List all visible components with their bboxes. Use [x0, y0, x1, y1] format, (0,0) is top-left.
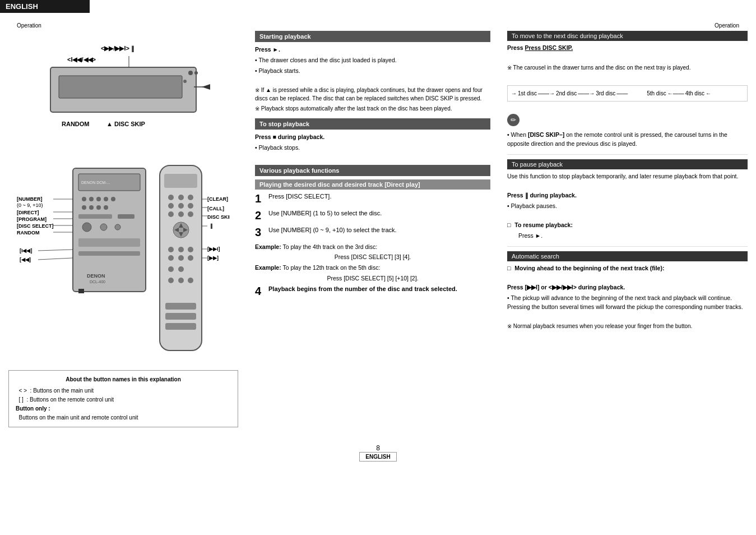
svg-rect-30: [78, 251, 140, 256]
svg-point-43: [188, 211, 193, 217]
svg-point-27: [100, 224, 107, 230]
svg-point-49: [168, 247, 174, 252]
svg-text:DISC SKIP: DISC SKIP: [207, 214, 230, 220]
various-functions-content: 1 Press [DISC SELECT]. 2 Use [NUMBER] (1…: [255, 192, 490, 297]
svg-rect-1: [59, 76, 182, 98]
svg-text:DCL-400: DCL-400: [90, 280, 105, 284]
main-content: <▶▶/▶▶I> ‖ <I◀◀/◀◀> RANDOM ▲ DISC SKIP: [0, 11, 756, 433]
svg-point-3: [194, 71, 198, 75]
top-diagram-svg: <▶▶/▶▶I> ‖ <I◀◀/◀◀> RANDOM ▲ DISC SKIP: [17, 34, 230, 157]
page-wrapper: ENGLISH Operation Operation: [0, 0, 756, 535]
svg-point-28: [115, 224, 120, 230]
pencil-icon: ✏: [507, 114, 520, 126]
example2-detail: Press [DISC SELECT] [5] [+10] [2].: [255, 274, 490, 283]
svg-point-51: [188, 247, 193, 252]
svg-point-57: [168, 278, 174, 283]
arrow5: ←——: [667, 89, 684, 98]
step-1: 1 Press [DISC SELECT].: [255, 192, 490, 205]
svg-text:<I◀◀/◀◀>: <I◀◀/◀◀>: [67, 56, 96, 63]
bullet-advance: The pickup will advance to the beginning…: [507, 294, 748, 312]
about-line2: [ ] : Buttons on the remote control unit: [16, 395, 231, 404]
next-disc-content: Press Press DISC SKIP. The carousel in t…: [507, 44, 748, 149]
disc1: 1st disc: [518, 89, 537, 98]
svg-text:RANDOM: RANDOM: [17, 230, 40, 236]
bullet-stops: Playback stops.: [255, 144, 490, 153]
svg-text:[CALL]: [CALL]: [207, 206, 224, 211]
svg-text:▲  DISC SKIP: ▲ DISC SKIP: [106, 121, 145, 127]
svg-text:[CLEAR]: [CLEAR]: [207, 196, 228, 202]
auto-search-subtitle: Moving ahead to the beginning of the nex…: [507, 264, 748, 273]
svg-line-76: [38, 250, 73, 251]
about-line1: < > : Buttons on the main unit: [16, 386, 231, 395]
right-column: To move to the next disc during playback…: [499, 28, 756, 433]
svg-point-18: [104, 197, 108, 201]
svg-rect-29: [78, 238, 140, 247]
svg-point-37: [188, 195, 193, 200]
svg-text:[PROGRAM]: [PROGRAM]: [17, 216, 47, 222]
stop-playback-content: Press ■ during playback. Playback stops.: [255, 133, 490, 153]
svg-text:[▶▶I]: [▶▶I]: [207, 246, 220, 252]
svg-rect-24: [78, 214, 112, 219]
header-title: ENGLISH: [0, 0, 90, 13]
auto-search-header: Automatic search: [507, 251, 748, 261]
svg-rect-90: [78, 289, 84, 293]
pause-description: Use this function to stop playback tempo…: [507, 172, 748, 181]
svg-point-55: [168, 266, 174, 272]
svg-text:RANDOM: RANDOM: [62, 121, 90, 127]
step-2: 2 Use [NUMBER] (1 to 5) to select the di…: [255, 209, 490, 222]
left-column: <▶▶/▶▶I> ‖ <I◀◀/◀◀> RANDOM ▲ DISC SKIP: [0, 28, 247, 433]
svg-point-23: [104, 205, 108, 210]
direct-play-header: Playing the desired disc and desired tra…: [255, 179, 490, 190]
resume-label: To resume playback:: [507, 221, 748, 230]
pencil-note: ✏: [507, 114, 748, 126]
page-number: 8: [376, 444, 380, 452]
svg-point-53: [178, 255, 184, 261]
svg-text:DENON DCM-...: DENON DCM-...: [81, 181, 110, 185]
press-pause-label: Press ‖ during playback.: [507, 192, 577, 199]
example1: Example: To play the 4th track on the 3r…: [255, 243, 490, 252]
starting-playback-header: Starting playback: [255, 31, 490, 42]
pause-playback-content: Use this function to stop playback tempo…: [507, 172, 748, 241]
arrow1: ——→: [538, 89, 555, 98]
page-lang-label: ENGLISH: [359, 452, 396, 462]
svg-point-40: [188, 203, 193, 209]
press-disc-skip: Press DISC SKIP.: [525, 44, 573, 51]
svg-point-58: [178, 278, 184, 283]
resume-text: Press ►.: [507, 232, 748, 241]
step2-text: Use [NUMBER] (1 to 5) to select the disc…: [268, 209, 382, 218]
middle-column: Starting playback Press ►. The drawer cl…: [247, 28, 499, 433]
example1-detail: Press [DISC SELECT] [3] [4].: [255, 253, 490, 262]
svg-text:DENON: DENON: [87, 273, 105, 279]
step1-text: Press [DISC SELECT].: [268, 192, 331, 201]
svg-point-56: [178, 266, 184, 272]
svg-rect-34: [164, 174, 197, 188]
disc5: 5th disc: [647, 89, 666, 98]
svg-point-39: [178, 203, 184, 209]
svg-point-4: [183, 80, 187, 83]
op-label-right: Operation: [715, 22, 739, 29]
arrow2: ——→: [578, 89, 595, 98]
step-3: 3 Use [NUMBER] (0 ~ 9, +10) to select th…: [255, 226, 490, 238]
note-eject: If ▲ is pressed while a disc is playing,…: [255, 86, 490, 103]
svg-point-15: [82, 197, 86, 201]
svg-text:(0 ~ 9, +10): (0 ~ 9, +10): [17, 202, 43, 208]
svg-point-52: [168, 255, 174, 261]
svg-point-17: [96, 197, 101, 201]
svg-rect-60: [165, 303, 196, 310]
arrow4: ←: [706, 89, 711, 98]
svg-point-36: [178, 195, 184, 200]
note-carousel: The carousel in the drawer turns and the…: [507, 63, 748, 72]
next-disc-header: To move to the next disc during playback: [507, 31, 748, 41]
disc2: 2nd disc: [556, 89, 577, 98]
svg-text:[◀◀]: [◀◀]: [20, 257, 31, 262]
auto-search-content: Moving ahead to the beginning of the nex…: [507, 264, 748, 331]
about-box: About the button names in this explanati…: [8, 370, 238, 427]
top-diagram: <▶▶/▶▶I> ‖ <I◀◀/◀◀> RANDOM ▲ DISC SKIP: [17, 34, 230, 157]
example2: Example: To play the 12th track on the 5…: [255, 264, 490, 273]
press-play-label: Press ►.: [255, 46, 280, 53]
page-number-area: 8 ENGLISH: [0, 444, 756, 462]
bullet-starts: Playback starts.: [255, 67, 490, 76]
bullet-drawer: The drawer closes and the disc just load…: [255, 56, 490, 65]
svg-text:<▶▶/▶▶I>  ‖: <▶▶/▶▶I> ‖: [101, 45, 134, 52]
disc-flow: → 1st disc ——→ 2nd disc ——→ 3rd disc —— …: [507, 85, 748, 102]
